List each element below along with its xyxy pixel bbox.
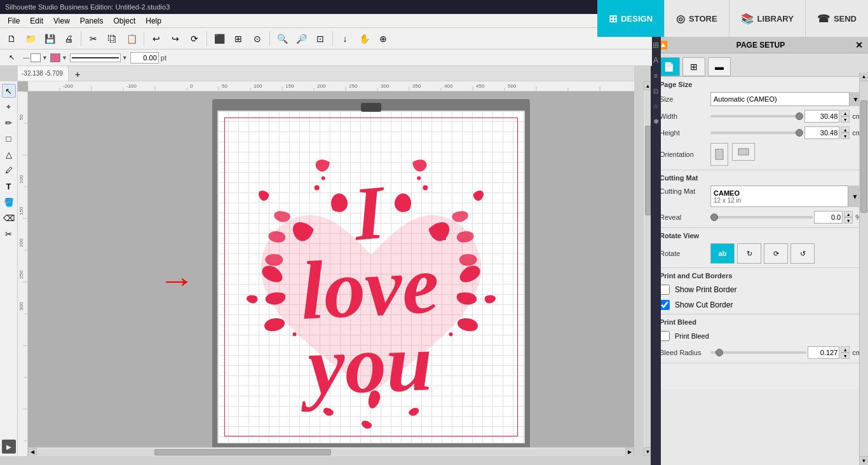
- pt-input[interactable]: [130, 52, 159, 64]
- line-style-selector[interactable]: ▼: [70, 53, 128, 62]
- zoom-out-btn[interactable]: 🔎: [292, 30, 310, 48]
- height-input[interactable]: [804, 126, 839, 139]
- fill-dropdown[interactable]: ▼: [62, 55, 67, 61]
- show-print-border-checkbox[interactable]: [660, 285, 670, 295]
- width-slider-thumb[interactable]: [796, 112, 803, 120]
- line-style-box[interactable]: [70, 53, 121, 62]
- size-select-wrap[interactable]: Automatic (CAMEO) ▼: [710, 92, 862, 106]
- width-input[interactable]: [804, 110, 839, 123]
- open-btn[interactable]: 📁: [22, 30, 39, 48]
- redo-btn[interactable]: ↪: [166, 30, 184, 48]
- reveal-spin-up[interactable]: ▲: [844, 211, 853, 217]
- move-down-btn[interactable]: ↓: [336, 30, 354, 48]
- width-spin-down[interactable]: ▼: [841, 116, 850, 123]
- eraser-tool[interactable]: ⌫: [2, 211, 16, 225]
- print-bleed-checkbox[interactable]: [660, 331, 670, 341]
- new-btn[interactable]: 🗋: [3, 30, 20, 48]
- height-slider-thumb[interactable]: [796, 129, 803, 137]
- canvas-content[interactable]: → .heart-path { fill: #e8274e; }: [28, 91, 634, 447]
- h-scroll-thumb[interactable]: [154, 449, 331, 455]
- bleed-radius-slider[interactable]: [710, 351, 806, 354]
- menu-panels[interactable]: Panels: [75, 14, 109, 27]
- print-bleed-label[interactable]: Print Bleed: [675, 332, 709, 340]
- media-btn[interactable]: ▶: [2, 440, 16, 454]
- rotate-btn-180[interactable]: ⟳: [764, 243, 788, 264]
- right-edge-icon6[interactable]: ✱: [651, 117, 660, 126]
- paste-btn[interactable]: 📋: [123, 30, 140, 48]
- height-spin-down[interactable]: ▼: [841, 133, 850, 139]
- right-edge-icon2[interactable]: A: [651, 56, 660, 65]
- refresh-btn[interactable]: ⟳: [186, 30, 203, 48]
- h-scroll-right[interactable]: ▶: [625, 448, 634, 457]
- rotate-btn-90[interactable]: ↻: [737, 243, 761, 264]
- bleed-radius-input[interactable]: [808, 346, 839, 359]
- fill-color-box[interactable]: [50, 53, 60, 62]
- select-tool[interactable]: ↖: [2, 84, 16, 98]
- panel-scroll-down[interactable]: ▼: [860, 456, 868, 465]
- v-scroll-thumb[interactable]: [645, 126, 651, 215]
- fill-tool[interactable]: 🪣: [2, 195, 16, 209]
- page-handle[interactable]: [361, 103, 381, 112]
- node-tool[interactable]: ⌖: [2, 100, 16, 114]
- panel-scroll-up[interactable]: ▲: [860, 72, 868, 81]
- expand-btn[interactable]: ⊕: [374, 30, 392, 48]
- portrait-btn[interactable]: [710, 143, 728, 166]
- show-print-border-label[interactable]: Show Print Border: [675, 285, 736, 294]
- right-edge-icon5[interactable]: ☆: [651, 102, 660, 111]
- bleed-radius-spin-up[interactable]: ▲: [841, 346, 850, 353]
- reveal-slider-track[interactable]: [710, 216, 813, 219]
- select3-btn[interactable]: ⊙: [248, 30, 266, 48]
- panel-tab-view[interactable]: ▬: [708, 57, 731, 76]
- reveal-input[interactable]: [814, 211, 843, 224]
- select2-btn[interactable]: ⊞: [229, 30, 247, 48]
- pan-btn[interactable]: ✋: [355, 30, 373, 48]
- shape-tool[interactable]: □: [2, 131, 16, 145]
- canvas-area[interactable]: -200 -100 0 50 100 150 200 250 300 350 4…: [18, 81, 634, 456]
- reveal-spin-down[interactable]: ▼: [844, 217, 853, 224]
- width-spin-up[interactable]: ▲: [841, 110, 850, 116]
- right-edge-icon1[interactable]: ⊞: [651, 41, 660, 50]
- width-slider-track[interactable]: [710, 115, 803, 118]
- pen-tool[interactable]: 🖊: [2, 163, 16, 177]
- show-cut-border-checkbox[interactable]: [660, 300, 670, 310]
- cmat-select-wrap[interactable]: CAMEO 12 x 12 in ▼: [710, 185, 862, 207]
- height-slider-track[interactable]: [710, 131, 803, 134]
- menu-edit[interactable]: Edit: [25, 14, 48, 27]
- panel-scroll-thumb[interactable]: [860, 100, 867, 213]
- nav-design[interactable]: ⊞ DESIGN: [597, 0, 664, 37]
- poly-tool[interactable]: △: [2, 147, 16, 161]
- stroke-color-selector[interactable]: — ▼: [23, 53, 48, 62]
- draw-tool[interactable]: ✏: [2, 116, 16, 130]
- panel-tab-grid[interactable]: ⊞: [682, 57, 705, 76]
- right-edge-icon4[interactable]: ⊡: [651, 86, 660, 95]
- nav-send[interactable]: ☎ SEND: [805, 0, 868, 37]
- cut-btn[interactable]: ✂: [85, 30, 102, 48]
- height-spin-up[interactable]: ▲: [841, 126, 850, 133]
- stroke-color-box[interactable]: [31, 53, 41, 62]
- nav-store[interactable]: ◎ STORE: [664, 0, 729, 37]
- zoom-in-btn[interactable]: 🔍: [273, 30, 291, 48]
- menu-object[interactable]: Object: [109, 14, 141, 27]
- knife-tool[interactable]: ✂: [2, 227, 16, 241]
- save-btn[interactable]: 💾: [41, 30, 58, 48]
- pointer-tool[interactable]: ↖: [3, 49, 20, 67]
- reveal-slider-thumb[interactable]: [710, 213, 718, 221]
- bleed-radius-spin-down[interactable]: ▼: [841, 353, 850, 359]
- stroke-dropdown[interactable]: ▼: [42, 55, 48, 61]
- select-btn[interactable]: ⬛: [210, 30, 228, 48]
- rotate-btn-270[interactable]: ↺: [790, 243, 815, 264]
- undo-btn[interactable]: ↩: [147, 30, 165, 48]
- h-scroll-left[interactable]: ◀: [28, 448, 37, 457]
- panel-vscroll[interactable]: ▲ ▼: [859, 72, 868, 465]
- panel-close-btn[interactable]: ✕: [855, 40, 863, 50]
- h-scroll-track[interactable]: [37, 449, 625, 455]
- v-scroll-track[interactable]: [645, 90, 651, 447]
- tab-add-btn[interactable]: +: [71, 68, 84, 81]
- print-btn[interactable]: 🖨: [60, 30, 78, 48]
- copy-btn[interactable]: ⿻: [104, 30, 121, 48]
- show-cut-border-label[interactable]: Show Cut Border: [675, 300, 733, 309]
- text-tool[interactable]: T: [2, 179, 16, 193]
- fill-color-selector[interactable]: ▼: [50, 53, 67, 62]
- zoom-fit-btn[interactable]: ⊡: [311, 30, 329, 48]
- menu-file[interactable]: File: [3, 14, 25, 27]
